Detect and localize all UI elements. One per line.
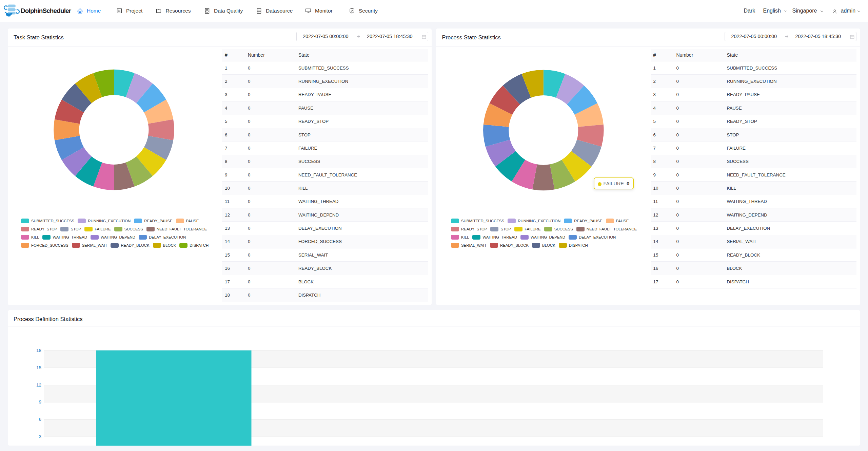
svg-text:15: 15	[36, 365, 41, 370]
svg-text:9: 9	[39, 399, 41, 405]
svg-text:18: 18	[36, 348, 41, 353]
svg-text:3: 3	[39, 434, 41, 439]
svg-text:12: 12	[36, 382, 41, 388]
svg-text:6: 6	[39, 417, 41, 422]
